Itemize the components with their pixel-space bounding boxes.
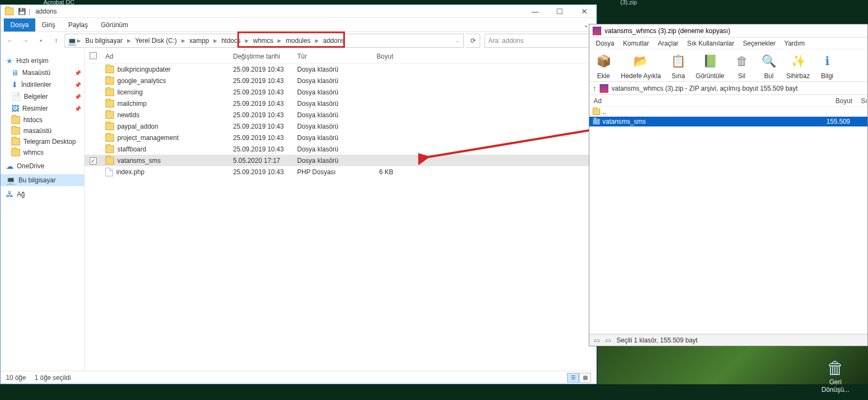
tab-view[interactable]: Görünüm [95,18,135,31]
toolbar-sihirbaz[interactable]: ✨Sihirbaz [787,52,810,80]
file-row[interactable]: index.php25.09.2019 10:43PHP Dosyası6 KB [85,166,596,177]
chevron-right-icon[interactable]: ▶ [314,38,320,43]
file-row[interactable]: paypal_addon25.09.2019 10:43Dosya klasör… [85,120,596,132]
forward-button[interactable]: → [19,34,32,47]
sidebar-telegram[interactable]: Telegram Desktop [1,136,84,147]
sidebar-downloads[interactable]: ⬇İndirilenler📌 [1,79,84,91]
col-size[interactable]: Boyut [813,97,857,105]
file-date-cell: 5.05.2020 17:17 [229,157,293,164]
addr-dropdown-icon[interactable]: ⌄ [455,38,461,43]
chevron-right-icon[interactable]: ▶ [180,38,186,43]
label: Hızlı erişim [16,57,48,65]
chevron-right-icon[interactable]: ▶ [126,38,132,43]
sidebar-documents[interactable]: 📄Belgeler📌 [1,91,84,103]
up-button[interactable]: ↑ [49,34,62,47]
breadcrumb-seg[interactable]: xampp [186,34,212,47]
row-checkbox[interactable]: ✓ [90,157,97,164]
menu-commands[interactable]: Komutlar [620,39,652,48]
search-input[interactable]: Ara: addons [485,34,593,48]
sidebar-desktop[interactable]: 🖥Masaüstü📌 [1,67,84,79]
breadcrumb-seg[interactable]: whmcs [250,34,276,47]
col-size[interactable]: Boyut [357,53,398,60]
php-file-icon [105,168,113,176]
toolbar-hedefe-ayıkla[interactable]: 📂Hedefe Ayıkla [621,52,661,80]
recycle-bin[interactable]: 🗑 Geri Dönüşü... [819,358,852,393]
sidebar-masaustu[interactable]: masaüstü [1,125,84,136]
breadcrumb-seg[interactable]: Bu bilgisayar [82,34,126,47]
sidebar-quick-access[interactable]: ★Hızlı erişim [1,55,84,67]
up-arrow-icon[interactable]: ↑ [593,84,596,93]
file-name-cell: vatansms_sms [101,157,229,164]
recent-dropdown-icon[interactable]: ▾ [34,34,47,47]
toolbar-görüntüle[interactable]: 📗Görüntüle [696,52,725,80]
maximize-button[interactable]: ☐ [548,5,572,18]
breadcrumb-seg[interactable]: htdocs [218,34,244,47]
winrar-titlebar[interactable]: vatansms_whmcs (3).zip (deneme kopyası) [589,24,867,37]
sidebar-whmcs[interactable]: whmcs [1,147,84,158]
file-row[interactable]: staffboard25.09.2019 10:43Dosya klasörü [85,143,596,155]
file-row[interactable]: licensing25.09.2019 10:43Dosya klasörü [85,86,596,98]
tab-share[interactable]: Paylaş [62,18,95,31]
sidebar-network[interactable]: 🖧Ağ [1,188,84,200]
file-row[interactable]: bulkpricingupdater25.09.2019 10:43Dosya … [85,64,596,75]
archive-item-name: .. [602,108,606,116]
close-button[interactable]: ✕ [572,5,596,18]
menu-help[interactable]: Yardım [781,39,808,48]
archive-path-text: vatansms_whmcs (3).zip - ZIP arşivi, açı… [612,85,798,92]
file-type-cell: Dosya klasörü [293,100,357,107]
tab-home[interactable]: Giriş [35,18,62,31]
chevron-right-icon[interactable]: ▶ [244,38,250,43]
chevron-right-icon[interactable]: ▶ [76,38,82,43]
file-row[interactable]: google_analytics25.09.2019 10:43Dosya kl… [85,75,596,86]
label: Masaüstü [22,69,51,77]
chevron-right-icon[interactable]: ▶ [276,38,282,43]
toolbar-bul[interactable]: 🔍Bul [759,52,779,80]
col-name[interactable]: Ad [589,97,813,105]
qa-save-icon[interactable]: 💾 [18,8,26,15]
back-button[interactable]: ← [4,34,17,47]
col-type[interactable]: Tür [293,53,357,60]
minimize-button[interactable]: — [523,5,548,18]
column-headers: ˄ Ad Değiştirme tarihi Tür Boyut [85,49,596,64]
menu-favorites[interactable]: Sık Kullanılanlar [684,39,738,48]
sidebar-onedrive[interactable]: ☁OneDrive [1,160,84,172]
address-bar[interactable]: 💻 ▶ Bu bilgisayar▶ Yerel Disk (C:)▶ xamp… [65,34,464,48]
breadcrumb-seg[interactable]: addons [320,34,348,47]
file-row[interactable]: ✓vatansms_sms5.05.2020 17:17Dosya klasör… [85,155,596,166]
toolbar-sına[interactable]: 📋Sına [669,52,688,80]
cloud-icon: ☁ [6,162,14,170]
breadcrumb-seg[interactable]: modules [282,34,313,47]
tab-file[interactable]: Dosya [4,18,35,31]
sidebar-htdocs[interactable]: htdocs [1,115,84,125]
file-name-cell: project_management [101,134,229,142]
toolbar-bilgi[interactable]: ℹBilgi [817,52,837,80]
toolbar-icon: 📋 [669,52,688,71]
select-all-checkbox[interactable] [85,52,101,61]
toolbar-ekle[interactable]: 📦Ekle [594,52,613,80]
col-modified[interactable]: Değiştirme tarihi [229,53,293,60]
details-view-button[interactable]: ☰ [567,373,579,383]
archive-row[interactable]: .. [589,107,867,117]
sidebar-pictures[interactable]: 🖼Resimler📌 [1,103,84,115]
menu-tools[interactable]: Araçlar [655,39,682,48]
icons-view-button[interactable]: ▦ [579,373,591,383]
toolbar-sil[interactable]: 🗑Sil [732,52,752,80]
file-row[interactable]: mailchimp25.09.2019 10:43Dosya klasörü [85,98,596,109]
sidebar-thispc[interactable]: 💻Bu bilgisayar [1,174,84,186]
winrar-pathbar[interactable]: ↑ vatansms_whmcs (3).zip - ZIP arşivi, a… [589,82,867,95]
file-name-cell: newtlds [101,111,229,119]
archive-row[interactable]: vatansms_sms155.509 [589,117,867,126]
breadcrumb-seg[interactable]: Yerel Disk (C:) [132,34,180,47]
status-icon: ▭ [605,336,611,344]
menu-file[interactable]: Dosya [593,39,618,48]
col-compressed[interactable]: Sı [857,97,867,105]
chevron-right-icon[interactable]: ▶ [212,38,218,43]
refresh-button[interactable]: ⟳ [466,34,480,48]
file-row[interactable]: project_management25.09.2019 10:43Dosya … [85,132,596,143]
recycle-bin-icon: 🗑 [819,358,852,378]
window-titlebar[interactable]: 💾 | addons — ☐ ✕ [1,5,596,18]
menu-options[interactable]: Seçenekler [740,39,779,48]
label: whmcs [23,149,43,156]
col-name[interactable]: Ad [101,53,229,60]
file-row[interactable]: newtlds25.09.2019 10:43Dosya klasörü [85,109,596,120]
